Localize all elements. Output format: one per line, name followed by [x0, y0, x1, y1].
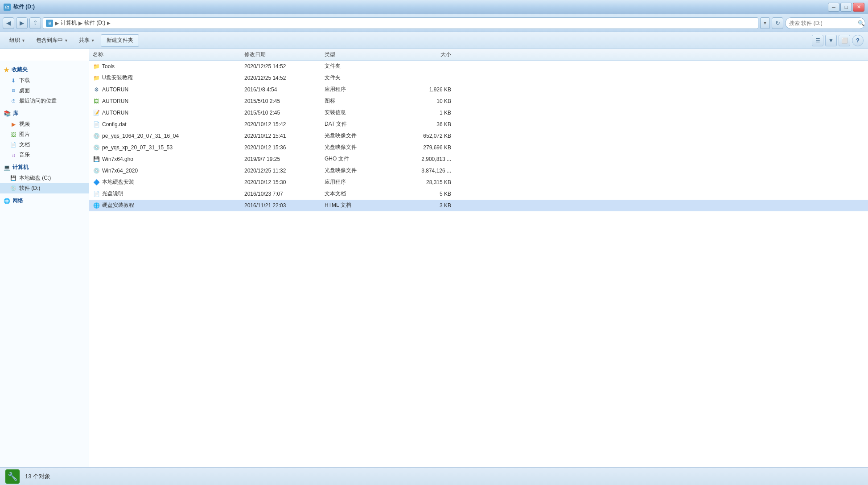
file-name: pe_yqs_1064_20_07_31_16_04	[102, 133, 179, 139]
file-type-cell: DAT 文件	[321, 120, 392, 128]
file-icon: 📄	[93, 121, 100, 128]
file-icon: 📄	[93, 190, 100, 197]
table-row[interactable]: 💿 Win7x64_2020 2020/12/25 11:32 光盘映像文件 3…	[89, 165, 868, 177]
col-header-name[interactable]: 名称	[89, 51, 241, 58]
up-button[interactable]: ⇧	[29, 17, 41, 29]
table-row[interactable]: 📁 U盘安装教程 2020/12/25 14:52 文件夹	[89, 72, 868, 84]
file-icon: 💿	[93, 144, 100, 151]
address-dropdown-button[interactable]: ▼	[760, 17, 770, 29]
table-row[interactable]: 🌐 硬盘安装教程 2016/11/21 22:03 HTML 文档 3 KB	[89, 200, 868, 211]
table-row[interactable]: 📝 AUTORUN 2015/5/10 2:45 安装信息 1 KB	[89, 107, 868, 119]
organize-dropdown-icon: ▼	[21, 38, 25, 43]
table-row[interactable]: 💿 pe_yqs_1064_20_07_31_16_04 2020/10/12 …	[89, 130, 868, 142]
col-header-date[interactable]: 修改日期	[241, 51, 321, 58]
preview-pane-button[interactable]: ⬜	[839, 35, 850, 46]
organize-button[interactable]: 组织 ▼	[4, 34, 30, 47]
help-button[interactable]: ?	[852, 35, 864, 46]
table-row[interactable]: 💾 Win7x64.gho 2019/9/7 19:25 GHO 文件 2,90…	[89, 153, 868, 165]
file-name: U盘安装教程	[102, 74, 133, 82]
share-button[interactable]: 共享 ▼	[74, 34, 100, 47]
network-icon: 🌐	[4, 198, 10, 204]
file-icon: ⚙	[93, 86, 100, 93]
sidebar-item-download[interactable]: ⬇ 下载	[0, 75, 89, 86]
file-icon: 💾	[93, 156, 100, 163]
include-library-button[interactable]: 包含到库中 ▼	[31, 34, 73, 47]
file-type-cell: 文本文档	[321, 190, 392, 197]
new-folder-button[interactable]: 新建文件夹	[101, 34, 139, 47]
refresh-button[interactable]: ↻	[772, 17, 783, 29]
maximize-button[interactable]: □	[840, 3, 852, 12]
sidebar-section-network: 🌐 网络	[0, 195, 89, 206]
sidebar-item-video[interactable]: ▶ 视频	[0, 119, 89, 129]
file-date-cell: 2020/10/12 15:41	[241, 133, 321, 139]
sidebar-group-favorites[interactable]: ★ 收藏夹	[0, 64, 89, 75]
title-bar: 🗂 软件 (D:) ─ □ ✕	[0, 0, 868, 14]
sidebar-group-computer[interactable]: 💻 计算机	[0, 162, 89, 173]
title-bar-controls: ─ □ ✕	[828, 3, 864, 12]
minimize-button[interactable]: ─	[828, 3, 839, 12]
sidebar-section-library: 📚 库 ▶ 视频 🖼 图片 📄 文档 ♫ 音乐	[0, 108, 89, 160]
status-count: 13 个对象	[25, 473, 50, 481]
col-header-size[interactable]: 大小	[392, 51, 455, 58]
search-box: 🔍	[785, 17, 865, 29]
sidebar-item-drive-d[interactable]: 💿 软件 (D:)	[0, 183, 89, 193]
view-dropdown-button[interactable]: ▼	[825, 35, 837, 46]
file-icon: 📁	[93, 63, 100, 70]
path-end-arrow: ▶	[107, 21, 111, 25]
forward-button[interactable]: ▶	[16, 17, 28, 29]
file-name-cell: 💿 Win7x64_2020	[89, 167, 241, 174]
sidebar-group-network[interactable]: 🌐 网络	[0, 195, 89, 206]
file-size-cell: 2,900,813 ...	[392, 156, 455, 162]
address-path[interactable]: 🖥 ▶ 计算机 ▶ 软件 (D:) ▶	[43, 17, 758, 29]
file-name-cell: 🌐 硬盘安装教程	[89, 201, 241, 209]
file-name: AUTORUN	[102, 110, 128, 116]
file-size-cell: 3 KB	[392, 202, 455, 209]
col-header-type[interactable]: 类型	[321, 51, 392, 58]
column-header: 名称 修改日期 类型 大小	[89, 49, 868, 61]
file-date-cell: 2019/9/7 19:25	[241, 156, 321, 162]
favorites-star-icon: ★	[4, 66, 9, 74]
table-row[interactable]: 📄 光盘说明 2016/10/23 7:07 文本文档 5 KB	[89, 188, 868, 200]
file-list: 📁 Tools 2020/12/25 14:52 文件夹 📁 U盘安装教程 20…	[89, 61, 868, 467]
back-button[interactable]: ◀	[3, 17, 14, 29]
table-row[interactable]: 📄 Config.dat 2020/10/12 15:42 DAT 文件 36 …	[89, 119, 868, 130]
recent-icon: ⏱	[10, 98, 17, 105]
file-name: Tools	[102, 63, 115, 70]
view-toggle-button[interactable]: ☰	[812, 35, 823, 46]
file-type-cell: 光盘映像文件	[321, 167, 392, 174]
file-type-cell: HTML 文档	[321, 201, 392, 209]
table-row[interactable]: 🔷 本地硬盘安装 2020/10/12 15:30 应用程序 28,315 KB	[89, 177, 868, 188]
file-icon: 📁	[93, 74, 100, 82]
table-row[interactable]: 🖼 AUTORUN 2015/5/10 2:45 图标 10 KB	[89, 95, 868, 107]
file-date-cell: 2016/11/21 22:03	[241, 202, 321, 209]
include-dropdown-icon: ▼	[64, 38, 68, 43]
sidebar-item-drive-c[interactable]: 💾 本地磁盘 (C:)	[0, 173, 89, 183]
drive-c-icon: 💾	[10, 175, 17, 182]
file-type-cell: 应用程序	[321, 178, 392, 186]
sidebar-item-document[interactable]: 📄 文档	[0, 140, 89, 150]
file-name-cell: 📁 Tools	[89, 63, 241, 70]
sidebar-group-library[interactable]: 📚 库	[0, 108, 89, 119]
table-row[interactable]: 💿 pe_yqs_xp_20_07_31_15_53 2020/10/12 15…	[89, 142, 868, 153]
file-type-cell: 图标	[321, 97, 392, 105]
file-name: Win7x64.gho	[102, 156, 133, 162]
share-dropdown-icon: ▼	[91, 38, 95, 43]
file-icon: 🖼	[93, 98, 100, 105]
file-type-cell: 安装信息	[321, 109, 392, 116]
file-size-cell: 28,315 KB	[392, 179, 455, 185]
file-size-cell: 3,874,126 ...	[392, 168, 455, 174]
sidebar-item-recent[interactable]: ⏱ 最近访问的位置	[0, 96, 89, 106]
sidebar-item-image[interactable]: 🖼 图片	[0, 129, 89, 140]
sidebar-item-music[interactable]: ♫ 音乐	[0, 150, 89, 160]
table-row[interactable]: 📁 Tools 2020/12/25 14:52 文件夹	[89, 61, 868, 72]
sidebar-item-desktop[interactable]: 🖥 桌面	[0, 86, 89, 96]
search-input[interactable]	[789, 20, 856, 26]
table-row[interactable]: ⚙ AUTORUN 2016/1/8 4:54 应用程序 1,926 KB	[89, 84, 868, 95]
file-name: Win7x64_2020	[102, 168, 138, 174]
close-button[interactable]: ✕	[853, 3, 864, 12]
file-date-cell: 2015/5/10 2:45	[241, 98, 321, 104]
file-size-cell: 279,696 KB	[392, 144, 455, 151]
sidebar-section-computer: 💻 计算机 💾 本地磁盘 (C:) 💿 软件 (D:)	[0, 162, 89, 193]
computer-icon: 💻	[4, 164, 10, 171]
file-size-cell: 36 KB	[392, 121, 455, 127]
